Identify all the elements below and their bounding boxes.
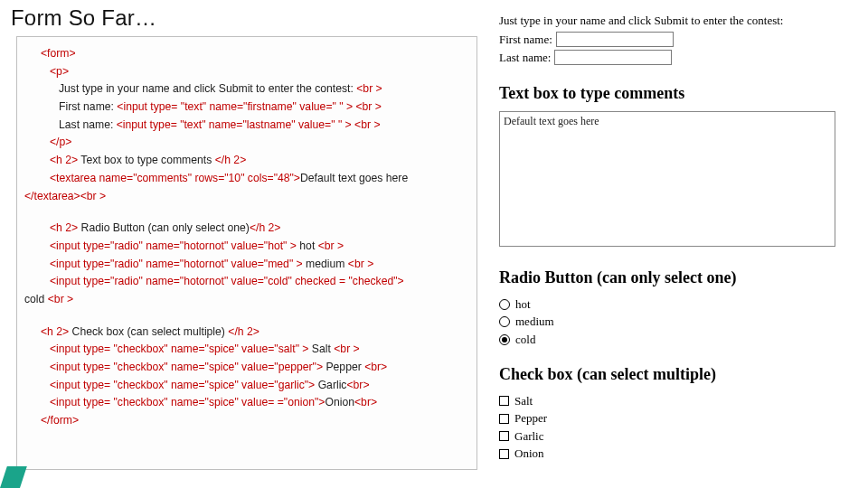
code-tag: <h 2> [50, 154, 78, 166]
code-text: Pepper [323, 361, 364, 373]
code-tag: </form> [41, 414, 79, 427]
code-tag: <input type="radio" name="hotornot" valu… [50, 275, 404, 287]
checkbox-onion-label: Onion [514, 446, 544, 462]
code-tag: <br > [318, 239, 344, 252]
code-tag: <input type="radio" name="hotornot" valu… [50, 239, 297, 252]
code-tag: <input type= "text" name="firstname" val… [117, 100, 353, 113]
checkbox-garlic-label: Garlic [514, 428, 543, 445]
code-text: Onion [325, 396, 354, 408]
code-tag: <br> [364, 361, 387, 373]
code-tag: <h 2> [41, 325, 69, 338]
code-text: Last name: [59, 118, 117, 131]
last-name-input[interactable] [554, 50, 672, 65]
code-text: hot [297, 239, 318, 252]
radio-cold-label: cold [515, 332, 535, 348]
checkbox-garlic[interactable] [499, 431, 509, 441]
code-tag: <textarea name="comments" rows="10" cols… [50, 172, 300, 184]
code-text: First name: [59, 100, 117, 113]
code-tag: <h 2> [50, 221, 78, 234]
preview-panel: Just type in your name and click Submit … [499, 13, 847, 464]
code-tag: <form> [41, 47, 76, 60]
code-tag: <p> [50, 65, 69, 78]
checkbox-pepper-label: Pepper [514, 410, 547, 427]
code-text: Salt [308, 343, 334, 355]
slide-title: Form So Far… [11, 5, 156, 31]
code-tag: </h 2> [215, 154, 247, 166]
radio-hot-label: hot [515, 296, 531, 313]
code-tag: <br > [352, 118, 381, 131]
code-tag: <br > [334, 343, 359, 355]
comments-textarea[interactable] [499, 111, 835, 247]
code-text: medium [303, 258, 348, 270]
radio-medium-label: medium [515, 314, 554, 330]
checkbox-onion[interactable] [499, 449, 509, 459]
code-tag: <br > [356, 82, 382, 95]
radio-heading: Radio Button (can only select one) [499, 267, 847, 288]
checkbox-heading: Check box (can select multiple) [499, 363, 847, 385]
code-panel: <form> <p> Just type in your name and cl… [16, 36, 477, 470]
radio-medium[interactable] [499, 316, 510, 327]
code-tag: </h 2> [228, 325, 259, 338]
code-text: Text box to type comments [78, 154, 215, 166]
accent-decoration [0, 466, 27, 488]
code-text: Just type in your name and click Submit … [59, 82, 356, 95]
code-text: Check box (can select multiple) [69, 325, 228, 338]
code-tag: <br > [348, 258, 373, 270]
last-name-label: Last name: [499, 50, 551, 66]
radio-cold[interactable] [499, 334, 510, 345]
checkbox-pepper[interactable] [499, 414, 509, 424]
code-tag: <input type= "text" name="lastname" valu… [117, 118, 352, 131]
textbox-heading: Text box to type comments [499, 82, 847, 104]
first-name-input[interactable] [556, 32, 674, 47]
code-tag: <br> [354, 396, 377, 408]
code-tag: <br > [353, 100, 382, 113]
intro-text: Just type in your name and click Submit … [499, 13, 847, 29]
code-tag: </p> [50, 136, 71, 148]
code-tag: <br > [48, 293, 73, 305]
code-tag: <input type="radio" name="hotornot" valu… [50, 258, 303, 270]
code-tag: <input type= "checkbox" name="spice" val… [50, 379, 315, 391]
code-text: Radio Button (can only select one) [78, 221, 250, 234]
code-tag: <input type= "checkbox" name="spice" val… [50, 396, 325, 408]
code-tag: <br> [346, 379, 369, 391]
code-text: Default text goes here [300, 172, 408, 184]
code-text: cold [24, 293, 48, 305]
checkbox-salt-label: Salt [514, 393, 533, 409]
checkbox-salt[interactable] [499, 396, 509, 406]
code-tag: </textarea><br > [24, 190, 106, 202]
radio-hot[interactable] [499, 299, 510, 310]
code-tag: <input type= "checkbox" name="spice" val… [50, 361, 323, 373]
code-tag: </h 2> [250, 221, 281, 234]
code-tag: <input type= "checkbox" name="spice" val… [50, 343, 308, 355]
first-name-label: First name: [499, 32, 552, 48]
code-text: Garlic [315, 379, 346, 391]
